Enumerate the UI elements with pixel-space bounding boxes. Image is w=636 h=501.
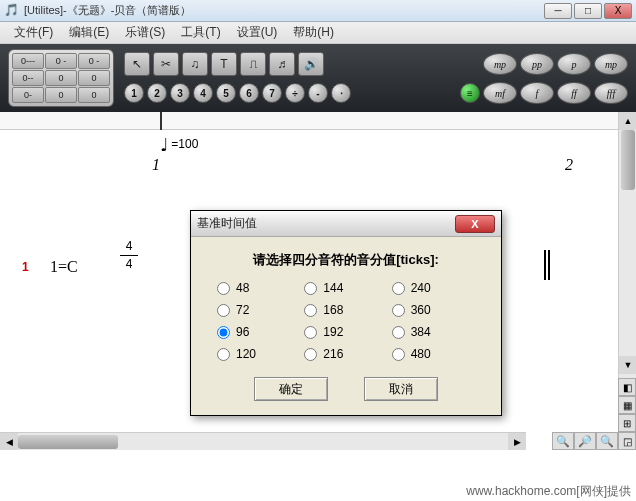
note-button-3[interactable]: 3 — [170, 83, 190, 103]
ticks-option-360[interactable]: 360 — [392, 303, 475, 317]
ticks-option-216[interactable]: 216 — [304, 347, 387, 361]
titlebar: 🎵 [Utilites]-《无题》-贝音（简谱版） ─ □ X — [0, 0, 636, 22]
time-sig-top: 4 — [120, 240, 138, 253]
tool-row-bottom: 1 2 3 4 5 6 7 ÷ - ‧ ≡ mf f ff fff — [124, 82, 628, 104]
ticks-radio-96[interactable] — [217, 326, 230, 339]
view-page-icon[interactable]: ▦ — [618, 396, 636, 414]
time-signature: 4 4 — [120, 240, 138, 271]
ticks-option-168[interactable]: 168 — [304, 303, 387, 317]
note-cell[interactable]: 0 — [78, 87, 110, 103]
ticks-radio-384[interactable] — [392, 326, 405, 339]
ticks-radio-grid: 481442407216836096192384120216480 — [209, 281, 483, 361]
note-cell[interactable]: 0- — [12, 87, 44, 103]
playhead-marker — [160, 112, 162, 130]
ticks-radio-216[interactable] — [304, 348, 317, 361]
note-cell[interactable]: 0 - — [45, 53, 77, 69]
zoom-in-icon[interactable]: 🔍 — [552, 432, 574, 450]
view-normal-icon[interactable]: ◧ — [618, 378, 636, 396]
accent-button[interactable]: ≡ — [460, 83, 480, 103]
scroll-down-arrow-icon[interactable]: ▼ — [619, 356, 636, 374]
menu-edit[interactable]: 编辑(E) — [61, 22, 117, 43]
ticks-radio-192[interactable] — [304, 326, 317, 339]
note-button-4[interactable]: 4 — [193, 83, 213, 103]
ok-button[interactable]: 确定 — [254, 377, 328, 401]
dynamic-button[interactable]: mp — [483, 53, 517, 75]
ticks-option-192[interactable]: 192 — [304, 325, 387, 339]
menu-score[interactable]: 乐谱(S) — [117, 22, 173, 43]
ticks-option-240[interactable]: 240 — [392, 281, 475, 295]
scroll-v-thumb[interactable] — [621, 130, 635, 190]
ticks-label: 120 — [236, 347, 256, 361]
ticks-radio-72[interactable] — [217, 304, 230, 317]
tempo-value: =100 — [171, 137, 198, 151]
note-button-7[interactable]: 7 — [262, 83, 282, 103]
dynamic-button[interactable]: pp — [520, 53, 554, 75]
note-cell[interactable]: 0 — [78, 70, 110, 86]
close-button[interactable]: X — [604, 3, 632, 19]
ticks-label: 72 — [236, 303, 249, 317]
note-button-6[interactable]: 6 — [239, 83, 259, 103]
dynamic-button[interactable]: p — [557, 53, 591, 75]
double-barline — [544, 250, 550, 280]
menu-help[interactable]: 帮助(H) — [285, 22, 342, 43]
dynamic-button[interactable]: mf — [483, 82, 517, 104]
text-tool-icon[interactable]: T — [211, 52, 237, 76]
ticks-radio-360[interactable] — [392, 304, 405, 317]
ticks-radio-120[interactable] — [217, 348, 230, 361]
menu-file[interactable]: 文件(F) — [6, 22, 61, 43]
note-button-5[interactable]: 5 — [216, 83, 236, 103]
note-button-dot[interactable]: ‧ — [331, 83, 351, 103]
ticks-option-384[interactable]: 384 — [392, 325, 475, 339]
menubar: 文件(F) 编辑(E) 乐谱(S) 工具(T) 设置(U) 帮助(H) — [0, 22, 636, 44]
cut-tool-icon[interactable]: ✂ — [153, 52, 179, 76]
note-button-2[interactable]: 2 — [147, 83, 167, 103]
ticks-label: 384 — [411, 325, 431, 339]
ticks-radio-144[interactable] — [304, 282, 317, 295]
ticks-option-144[interactable]: 144 — [304, 281, 387, 295]
minimize-button[interactable]: ─ — [544, 3, 572, 19]
view-fit-icon[interactable]: ⊞ — [618, 414, 636, 432]
note-cell[interactable]: 0-- — [12, 70, 44, 86]
ticks-radio-240[interactable] — [392, 282, 405, 295]
note-cell[interactable]: 0--- — [12, 53, 44, 69]
dialog-titlebar[interactable]: 基准时间值 X — [191, 211, 501, 237]
note-button-dash[interactable]: - — [308, 83, 328, 103]
pointer-tool-icon[interactable]: ↖ — [124, 52, 150, 76]
note-tool-icon[interactable]: ♫ — [182, 52, 208, 76]
ticks-option-48[interactable]: 48 — [217, 281, 300, 295]
bracket-tool-icon[interactable]: ⎍ — [240, 52, 266, 76]
view-zoom-icon[interactable]: ◲ — [618, 432, 636, 450]
dynamic-button[interactable]: fff — [594, 82, 628, 104]
note-button-1[interactable]: 1 — [124, 83, 144, 103]
maximize-button[interactable]: □ — [574, 3, 602, 19]
scroll-right-arrow-icon[interactable]: ▶ — [508, 433, 526, 450]
cancel-button[interactable]: 取消 — [364, 377, 438, 401]
dynamic-button[interactable]: f — [520, 82, 554, 104]
ticks-option-120[interactable]: 120 — [217, 347, 300, 361]
ticks-radio-168[interactable] — [304, 304, 317, 317]
sound-tool-icon[interactable]: 🔊 — [298, 52, 324, 76]
ticks-radio-48[interactable] — [217, 282, 230, 295]
note-cell[interactable]: 0 — [45, 87, 77, 103]
scroll-left-arrow-icon[interactable]: ◀ — [0, 433, 18, 450]
scroll-up-arrow-icon[interactable]: ▲ — [619, 112, 636, 130]
scroll-h-thumb[interactable] — [18, 435, 118, 449]
beam-tool-icon[interactable]: ♬ — [269, 52, 295, 76]
ticks-option-96[interactable]: 96 — [217, 325, 300, 339]
zoom-out-icon[interactable]: 🔎 — [574, 432, 596, 450]
menu-tools[interactable]: 工具(T) — [173, 22, 228, 43]
menu-settings[interactable]: 设置(U) — [229, 22, 286, 43]
note-cell[interactable]: 0 - — [78, 53, 110, 69]
note-button-div[interactable]: ÷ — [285, 83, 305, 103]
ticks-option-72[interactable]: 72 — [217, 303, 300, 317]
dialog-prompt: 请选择四分音符的音分值[ticks]: — [209, 251, 483, 269]
ticks-label: 216 — [323, 347, 343, 361]
ticks-option-480[interactable]: 480 — [392, 347, 475, 361]
ticks-radio-480[interactable] — [392, 348, 405, 361]
dynamic-button[interactable]: mp — [594, 53, 628, 75]
dialog-close-button[interactable]: X — [455, 215, 495, 233]
zoom-fit-icon[interactable]: 🔍 — [596, 432, 618, 450]
note-cell[interactable]: 0 — [45, 70, 77, 86]
dynamic-button[interactable]: ff — [557, 82, 591, 104]
toolbar: 0--- 0 - 0 - 0-- 0 0 0- 0 0 ↖ ✂ ♫ T ⎍ ♬ … — [0, 44, 636, 112]
